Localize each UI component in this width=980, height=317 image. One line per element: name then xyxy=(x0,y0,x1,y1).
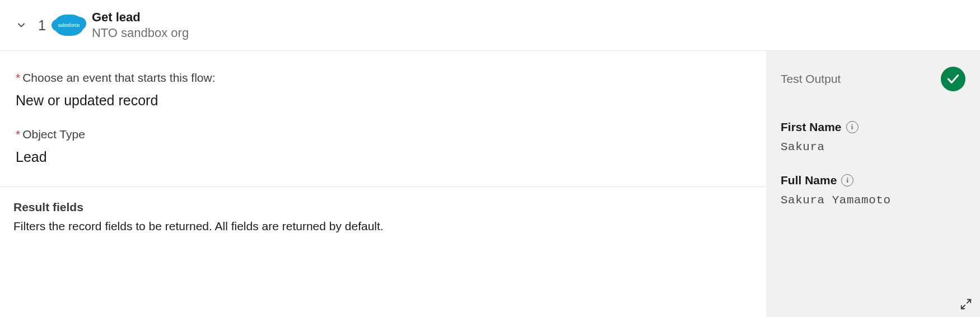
output-name: Full Name xyxy=(781,174,837,187)
event-label: *Choose an event that starts this flow: xyxy=(16,71,750,85)
expand-icon[interactable] xyxy=(960,298,972,310)
content-row: *Choose an event that starts this flow: … xyxy=(0,51,980,317)
required-star: * xyxy=(16,71,20,84)
main-panel: *Choose an event that starts this flow: … xyxy=(0,51,766,317)
output-name: First Name xyxy=(781,120,842,134)
step-title: Get lead xyxy=(92,10,189,25)
chevron-down-icon[interactable] xyxy=(16,20,27,31)
info-icon[interactable]: i xyxy=(846,121,858,133)
object-type-field: *Object Type Lead xyxy=(16,128,750,165)
test-output-label: Test Output xyxy=(781,72,841,86)
step-number: 1 xyxy=(38,17,46,34)
success-icon xyxy=(941,67,965,91)
salesforce-icon: salesforce xyxy=(54,15,84,36)
step-header: 1 salesforce Get lead NTO sandbox org xyxy=(0,0,980,51)
svg-line-0 xyxy=(967,300,970,303)
step-titles: Get lead NTO sandbox org xyxy=(92,10,189,40)
step-subtitle: NTO sandbox org xyxy=(92,26,189,40)
fields-block: *Choose an event that starts this flow: … xyxy=(0,51,766,187)
output-field-full-name: Full Name i Sakura Yamamoto xyxy=(781,174,965,207)
object-type-label: *Object Type xyxy=(16,128,750,141)
output-value: Sakura Yamamoto xyxy=(781,194,965,207)
event-field: *Choose an event that starts this flow: … xyxy=(16,71,750,109)
svg-line-1 xyxy=(962,305,965,309)
output-field-first-name: First Name i Sakura xyxy=(781,120,965,153)
result-fields-desc: Filters the record fields to be returned… xyxy=(13,220,753,233)
event-value[interactable]: New or updated record xyxy=(16,92,750,109)
result-fields-heading: Result fields xyxy=(13,201,753,214)
output-value: Sakura xyxy=(781,141,965,153)
test-output-panel: Test Output First Name i Sakura Full Nam… xyxy=(766,51,980,317)
test-output-header: Test Output xyxy=(781,67,965,91)
object-type-value[interactable]: Lead xyxy=(16,149,750,165)
required-star: * xyxy=(16,128,20,141)
result-fields-section: Result fields Filters the record fields … xyxy=(0,187,766,244)
info-icon[interactable]: i xyxy=(841,174,853,187)
